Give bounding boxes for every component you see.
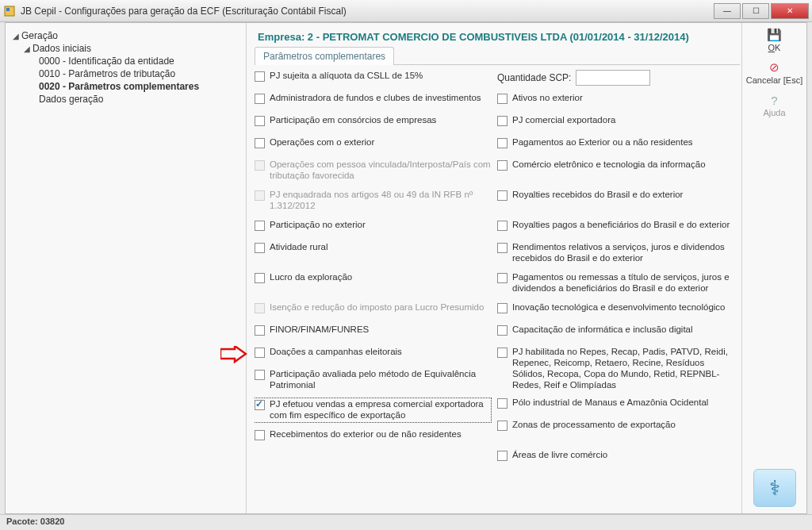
window-maximize-button[interactable]: ☐ (742, 3, 769, 19)
field-areas-livre-comercio[interactable]: Áreas de livre comércio (497, 449, 733, 465)
workspace: ◢Geração ◢Dados iniciais 0000 - Identifi… (5, 22, 807, 514)
cancel-icon: ⊘ (768, 60, 782, 75)
field-operacoes-exterior[interactable]: Operações com o exterior (255, 136, 491, 152)
tree-node-0010[interactable]: 0010 - Parâmetros de tributação (10, 67, 241, 80)
field-atividade-rural[interactable]: Atividade rural (255, 241, 491, 265)
window-minimize-button[interactable]: — (714, 3, 741, 19)
company-header: Empresa: 2 - PETROMAT COMERCIO DE COMBUS… (258, 31, 740, 43)
field-pj-csll-15[interactable]: PJ sujeita a alíquota da CSLL de 15% (255, 70, 491, 86)
svg-rect-1 (6, 8, 10, 11)
tree-node-dados-geracao[interactable]: Dados geração (10, 93, 241, 106)
field-participacao-exterior[interactable]: Participação no exterior (255, 219, 491, 235)
form-column-right: Quantidade SCP: Ativos no exterior PJ co… (497, 70, 740, 509)
tree-node-dados-iniciais[interactable]: ◢Dados iniciais (10, 42, 241, 55)
field-inovacao-tecnologica[interactable]: Inovação tecnológica e desenvolvimento t… (497, 301, 733, 317)
content-pane: Empresa: 2 - PETROMAT COMERCIO DE COMBUS… (247, 23, 741, 513)
tree-node-0000[interactable]: 0000 - Identificação da entidade (10, 55, 241, 67)
form-area: PJ sujeita a alíquota da CSLL de 15% Adm… (255, 70, 740, 509)
navigation-tree: ◢Geração ◢Dados iniciais 0000 - Identifi… (6, 23, 247, 513)
field-operacoes-pessoa-vinculada: Operações com pessoa vinculada/Interpost… (255, 159, 491, 182)
help-icon: ? (767, 93, 781, 107)
scp-label: Quantidade SCP: (497, 72, 571, 83)
tab-bar: Parâmetros complementares (255, 46, 740, 65)
field-pagamentos-exterior[interactable]: Pagamentos ao Exterior ou a não resident… (497, 136, 733, 152)
field-ativos-exterior[interactable]: Ativos no exterior (497, 92, 733, 108)
brand-badge: ⚕ (753, 469, 796, 507)
field-pj-vendas-exportadora[interactable]: PJ efetuou vendas a empresa comercial ex… (255, 398, 491, 422)
cancel-button[interactable]: ⊘ Cancelar [Esc] (746, 60, 803, 85)
field-zonas-exportacao[interactable]: Zonas de processamento de exportação (497, 419, 733, 443)
window-close-button[interactable]: ✕ (771, 3, 809, 19)
field-finor-finam-funres[interactable]: FINOR/FINAM/FUNRES (255, 324, 491, 340)
tree-root-geracao[interactable]: ◢Geração (10, 29, 241, 42)
field-pj-comercial-exportadora[interactable]: PJ comercial exportadora (497, 114, 733, 130)
field-pj-habilitada-repes[interactable]: PJ habilitada no Repes, Recap, Padis, PA… (497, 346, 733, 390)
scp-input[interactable] (576, 70, 650, 86)
status-bar: Pacote: 03820 (0, 514, 812, 530)
window-titlebar: JB Cepil - Configurações para geração da… (0, 0, 812, 22)
app-icon (3, 5, 16, 17)
pacote-value: 03820 (40, 517, 65, 526)
pacote-label: Pacote: (6, 517, 38, 526)
window-title: JB Cepil - Configurações para geração da… (21, 6, 714, 17)
field-equivalencia-patrimonial[interactable]: Participação avaliada pelo método de Equ… (255, 368, 491, 392)
field-adm-fundos[interactable]: Administradora de fundos e clubes de inv… (255, 92, 491, 108)
field-capacitacao-informatica[interactable]: Capacitação de informática e inclusão di… (497, 324, 733, 340)
field-royalties-pagos[interactable]: Royalties pagos a beneficiários do Brasi… (497, 219, 733, 235)
field-recebimentos-exterior[interactable]: Recebimentos do exterior ou de não resid… (255, 428, 491, 444)
ok-button[interactable]: 💾 OOKK (768, 28, 782, 52)
field-polo-manaus[interactable]: Pólo industrial de Manaus e Amazônia Oci… (497, 397, 733, 413)
tree-node-0020-active[interactable]: 0020 - Parâmetros complementares (10, 80, 241, 93)
field-quantidade-scp: Quantidade SCP: (497, 70, 733, 86)
field-royalties-recebidos[interactable]: Royalties recebidos do Brasil e do exter… (497, 189, 733, 213)
field-rendimentos-servicos[interactable]: Rendimentos relativos a serviços, juros … (497, 241, 733, 265)
field-lucro-exploracao[interactable]: Lucro da exploração (255, 271, 491, 295)
help-button: ? Ajuda (763, 93, 785, 117)
form-column-left: PJ sujeita a alíquota da CSLL de 15% Adm… (255, 70, 497, 509)
field-comercio-eletronico[interactable]: Comércio eletrônico e tecnologia da info… (497, 159, 733, 182)
tab-parametros-complementares[interactable]: Parâmetros complementares (255, 47, 394, 65)
field-doacoes-eleitorais[interactable]: Doações a campanhas eleitorais (255, 346, 491, 362)
field-pagamentos-remessas[interactable]: Pagamentos ou remessas a título de servi… (497, 271, 733, 295)
field-participacao-consorcios[interactable]: Participação em consórcios de empresas (255, 114, 491, 130)
field-isencao-lucro-presumido: Isenção e redução do imposto para Lucro … (255, 301, 491, 317)
field-pj-in-rfb-1312: PJ enquadrada nos artigos 48 ou 49 da IN… (255, 189, 491, 213)
action-panel: 💾 OOKK ⊘ Cancelar [Esc] ? Ajuda ⚕ (741, 23, 806, 513)
save-icon: 💾 (768, 28, 782, 42)
